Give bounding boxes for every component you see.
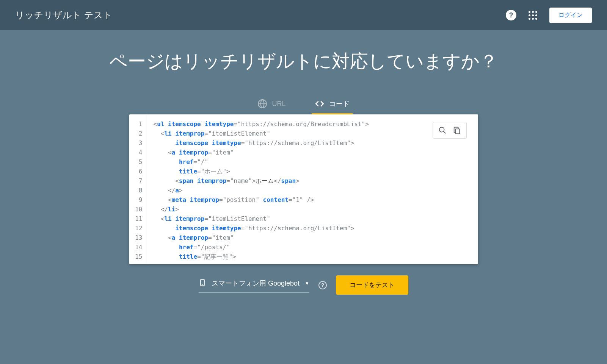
search-icon[interactable] [438,126,447,134]
tab-code-label: コード [329,99,350,108]
line-numbers-gutter: 123456789101112131415 [129,114,148,264]
smartphone-icon [199,277,206,289]
info-icon[interactable]: ? [318,281,327,289]
page-heading: ページはリッチリザルトに対応していますか？ [109,49,498,73]
chevron-down-icon: ▼ [305,281,309,286]
code-panel: 123456789101112131415 <ul itemscope item… [129,114,478,264]
main-content: ページはリッチリザルトに対応していますか？ URL コード [0,30,607,295]
tab-code[interactable]: コード [312,94,353,114]
app-title: リッチリザルト テスト [15,9,113,21]
apps-icon[interactable] [529,11,537,20]
help-icon[interactable]: ? [506,10,516,20]
header-bar: リッチリザルト テスト ? ログイン [0,0,607,30]
header-actions: ? ログイン [506,8,592,23]
svg-rect-5 [455,129,460,134]
copy-icon[interactable] [453,126,461,134]
tabs: URL コード [254,94,352,114]
tab-url-label: URL [272,100,285,108]
footer-controls: スマートフォン用 Googlebot ▼ ? コードをテスト [199,275,408,295]
svg-line-4 [443,131,445,134]
login-button[interactable]: ログイン [549,8,592,23]
bot-label: スマートフォン用 Googlebot [212,279,300,288]
bot-selector[interactable]: スマートフォン用 Googlebot ▼ [199,277,309,293]
globe-icon [257,99,267,109]
code-icon [315,99,325,109]
tab-url[interactable]: URL [254,94,289,114]
code-toolbar [433,122,467,139]
code-editor[interactable]: 123456789101112131415 <ul itemscope item… [129,114,478,264]
code-lines[interactable]: <ul itemscope itemtype="https://schema.o… [148,114,478,264]
test-code-button[interactable]: コードをテスト [336,275,408,295]
svg-point-3 [439,127,444,132]
